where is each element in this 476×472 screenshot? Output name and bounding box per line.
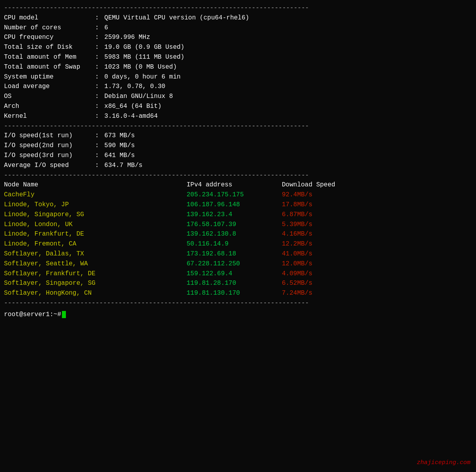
network-row: Linode, Fremont, CA50.116.14.912.2MB/s (4, 239, 472, 249)
network-node-speed: 4.09MB/s (282, 269, 312, 279)
network-row: Softlayer, Frankfurt, DE159.122.69.44.09… (4, 269, 472, 279)
network-node-speed: 5.39MB/s (282, 220, 312, 230)
mem-value: 5983 MB (111 MB Used) (104, 52, 185, 62)
network-node-speed: 92.4MB/s (282, 190, 312, 200)
disk-row: Total size of Disk : 19.0 GB (0.9 GB Use… (4, 42, 472, 52)
network-col3-header: Download Speed (282, 180, 335, 190)
system-info-section: CPU model : QEMU Virtual CPU version (cp… (4, 13, 472, 121)
cores-value: 6 (104, 23, 108, 33)
network-node-ip: 139.162.23.4 (187, 210, 282, 220)
kernel-label: Kernel (4, 111, 91, 121)
swap-row: Total amount of Swap : 1023 MB (0 MB Use… (4, 62, 472, 72)
terminal: ----------------------------------------… (4, 3, 472, 320)
network-node-ip: 67.228.112.250 (187, 259, 282, 269)
network-node-speed: 7.24MB/s (282, 288, 312, 298)
mem-label: Total amount of Mem (4, 52, 91, 62)
network-row: Linode, London, UK176.58.107.395.39MB/s (4, 220, 472, 230)
io-avg-row: Average I/O speed : 634.7 MB/s (4, 161, 472, 171)
network-node-ip: 176.58.107.39 (187, 220, 282, 230)
watermark: zhajiceping.com (417, 458, 470, 467)
network-row: Linode, Tokyo, JP106.187.96.14817.8MB/s (4, 200, 472, 210)
io-run1-row: I/O speed(1st run) : 673 MB/s (4, 131, 472, 141)
network-row: Softlayer, Seattle, WA67.228.112.25012.0… (4, 259, 472, 269)
divider-top: ----------------------------------------… (4, 3, 472, 13)
network-node-name: Linode, Tokyo, JP (4, 200, 187, 210)
kernel-row: Kernel : 3.16.0-4-amd64 (4, 111, 472, 121)
load-label: Load average (4, 82, 91, 92)
network-node-name: Softlayer, Dallas, TX (4, 249, 187, 259)
network-node-name: CacheFly (4, 190, 187, 200)
cores-row: Number of cores : 6 (4, 23, 472, 33)
network-node-ip: 119.81.28.170 (187, 278, 282, 288)
network-node-speed: 17.8MB/s (282, 200, 312, 210)
io-section: I/O speed(1st run) : 673 MB/s I/O speed(… (4, 131, 472, 170)
uptime-row: System uptime : 0 days, 0 hour 6 min (4, 72, 472, 82)
cpu-model-label: CPU model (4, 13, 91, 23)
uptime-label: System uptime (4, 72, 91, 82)
network-node-name: Linode, Frankfurt, DE (4, 229, 187, 239)
network-node-speed: 4.16MB/s (282, 229, 312, 239)
io-avg-value: 634.7 MB/s (104, 161, 143, 171)
network-col1-header: Node Name (4, 180, 187, 190)
disk-value: 19.0 GB (0.9 GB Used) (104, 42, 185, 52)
network-row: Linode, Singapore, SG139.162.23.46.87MB/… (4, 210, 472, 220)
load-row: Load average : 1.73, 0.78, 0.30 (4, 82, 472, 92)
arch-label: Arch (4, 102, 91, 111)
network-node-ip: 50.116.14.9 (187, 239, 282, 249)
swap-value: 1023 MB (0 MB Used) (104, 62, 177, 72)
network-node-name: Linode, Fremont, CA (4, 239, 187, 249)
divider-io: ----------------------------------------… (4, 121, 472, 131)
network-row: Linode, Frankfurt, DE139.162.130.84.16MB… (4, 229, 472, 239)
io-run2-row: I/O speed(2nd run) : 590 MB/s (4, 141, 472, 151)
network-node-name: Linode, London, UK (4, 220, 187, 230)
uptime-value: 0 days, 0 hour 6 min (104, 72, 181, 82)
network-node-name: Softlayer, HongKong, CN (4, 288, 187, 298)
network-table: CacheFly205.234.175.17592.4MB/sLinode, T… (4, 190, 472, 298)
io-run2-label: I/O speed(2nd run) (4, 141, 91, 151)
network-node-name: Softlayer, Singapore, SG (4, 278, 187, 288)
network-node-name: Linode, Singapore, SG (4, 210, 187, 220)
disk-label: Total size of Disk (4, 42, 91, 52)
network-node-ip: 139.162.130.8 (187, 229, 282, 239)
network-row: CacheFly205.234.175.17592.4MB/s (4, 190, 472, 200)
network-header: Node Name IPv4 address Download Speed (4, 180, 472, 190)
network-node-ip: 106.187.96.148 (187, 200, 282, 210)
network-node-speed: 6.52MB/s (282, 278, 312, 288)
cpu-freq-label: CPU frequency (4, 33, 91, 42)
arch-row: Arch : x86_64 (64 Bit) (4, 102, 472, 111)
io-run1-value: 673 MB/s (104, 131, 135, 141)
network-node-ip: 119.81.130.170 (187, 288, 282, 298)
swap-label: Total amount of Swap (4, 62, 91, 72)
cpu-model-row: CPU model : QEMU Virtual CPU version (cp… (4, 13, 472, 23)
divider-network: ----------------------------------------… (4, 171, 472, 180)
io-run2-value: 590 MB/s (104, 141, 135, 151)
os-value: Debian GNU/Linux 8 (104, 92, 173, 102)
network-row: Softlayer, HongKong, CN119.81.130.1707.2… (4, 288, 472, 298)
divider-bottom: ----------------------------------------… (4, 298, 472, 308)
network-node-name: Softlayer, Seattle, WA (4, 259, 187, 269)
os-row: OS : Debian GNU/Linux 8 (4, 92, 472, 102)
network-node-ip: 205.234.175.175 (187, 190, 282, 200)
network-node-speed: 12.2MB/s (282, 239, 312, 249)
network-col2-header: IPv4 address (187, 180, 282, 190)
io-run3-label: I/O speed(3rd run) (4, 151, 91, 161)
io-avg-label: Average I/O speed (4, 161, 91, 171)
network-node-speed: 12.0MB/s (282, 259, 312, 269)
cores-label: Number of cores (4, 23, 91, 33)
network-node-speed: 6.87MB/s (282, 210, 312, 220)
network-node-ip: 159.122.69.4 (187, 269, 282, 279)
load-value: 1.73, 0.78, 0.30 (104, 82, 166, 92)
network-row: Softlayer, Singapore, SG119.81.28.1706.5… (4, 278, 472, 288)
network-row: Softlayer, Dallas, TX173.192.68.1841.0MB… (4, 249, 472, 259)
prompt-line[interactable]: root@server1:~# (4, 310, 472, 320)
io-run3-value: 641 MB/s (104, 151, 135, 161)
io-run3-row: I/O speed(3rd run) : 641 MB/s (4, 151, 472, 161)
network-node-speed: 41.0MB/s (282, 249, 312, 259)
kernel-value: 3.16.0-4-amd64 (104, 111, 158, 121)
cpu-freq-row: CPU frequency : 2599.996 MHz (4, 33, 472, 42)
prompt-text: root@server1:~# (4, 310, 61, 320)
network-node-ip: 173.192.68.18 (187, 249, 282, 259)
cpu-freq-value: 2599.996 MHz (104, 33, 150, 42)
arch-value: x86_64 (64 Bit) (104, 102, 162, 111)
io-run1-label: I/O speed(1st run) (4, 131, 91, 141)
